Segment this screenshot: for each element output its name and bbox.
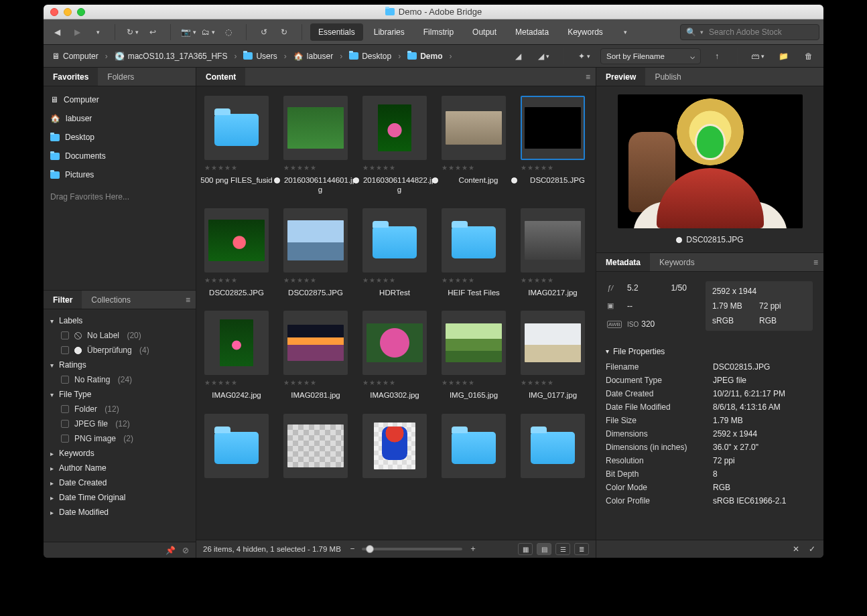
checkbox[interactable] (61, 420, 69, 428)
grid-item[interactable]: ★★★★★HDRTest (362, 208, 427, 297)
thumbnail[interactable] (204, 414, 269, 478)
panel-menu-icon[interactable]: ≡ (586, 68, 596, 86)
grid-item[interactable]: ★★★★★ (521, 414, 585, 493)
rating-stars[interactable]: ★★★★★ (521, 164, 554, 171)
delete-button[interactable]: 🗑 (799, 48, 818, 65)
open-camera-raw-button[interactable]: ◌ (219, 23, 238, 41)
view-details-button[interactable]: ☰ (555, 543, 570, 555)
cancel-icon[interactable]: ✕ (793, 545, 799, 553)
workspace-libraries[interactable]: Libraries (366, 23, 413, 41)
checkbox[interactable] (61, 405, 69, 413)
grid-item[interactable]: ★★★★★IMAG0242.jpg (204, 311, 269, 400)
rating-stars[interactable]: ★★★★★ (442, 164, 475, 171)
nav-forward-button[interactable]: ▶ (68, 23, 86, 41)
thumbnail[interactable] (204, 311, 269, 375)
checkbox[interactable] (61, 376, 69, 384)
view-thumbnails-button[interactable]: ▤ (537, 543, 551, 555)
crumb-computer[interactable]: 🖥Computer (49, 50, 101, 62)
thumbnail[interactable] (204, 208, 269, 273)
grid-item[interactable]: ★★★★★Content.jpg (442, 96, 506, 195)
thumbnail-quality-high-button[interactable]: ◢ (534, 48, 553, 65)
search-stock[interactable]: 🔍 ▾ (680, 24, 819, 40)
get-photos-button[interactable]: 📷 (179, 23, 198, 41)
zoom-in-button[interactable]: ＋ (469, 545, 477, 553)
thumbnail[interactable] (362, 96, 427, 160)
thumbnail[interactable] (362, 311, 427, 375)
rating-stars[interactable]: ★★★★★ (362, 379, 396, 386)
grid-item[interactable]: ★★★★★ (283, 414, 348, 493)
grid-item[interactable]: ★★★★★ (362, 414, 427, 493)
filter-group-date-time-original[interactable]: ▸Date Time Original (44, 490, 196, 505)
filter-option[interactable]: PNG image (2) (44, 431, 196, 446)
zoom-out-button[interactable]: − (350, 545, 355, 553)
apply-icon[interactable]: ✓ (809, 545, 815, 553)
workspace-essentials[interactable]: Essentials (310, 23, 363, 41)
filter-group-labels[interactable]: ▾Labels (44, 313, 196, 328)
close-window[interactable] (50, 8, 58, 16)
preview-image[interactable] (618, 94, 803, 228)
rating-stars[interactable]: ★★★★★ (362, 164, 396, 171)
crumb-desktop[interactable]: Desktop (346, 50, 394, 62)
filter-by-rating-button[interactable]: ✦ (575, 48, 594, 65)
rating-stars[interactable]: ★★★★★ (442, 277, 475, 284)
filter-option[interactable]: JPEG file (12) (44, 416, 196, 431)
grid-item[interactable]: ★★★★★500 png FILES_fusid (204, 96, 269, 195)
thumbnail[interactable] (442, 96, 506, 160)
grid-item[interactable]: ★★★★★IMAG0281.jpg (283, 311, 348, 400)
grid-item[interactable]: ★★★★★DSC02815.JPG (521, 96, 585, 195)
thumbnail[interactable] (442, 311, 506, 375)
crumb-users[interactable]: Users (241, 50, 279, 62)
rating-stars[interactable]: ★★★★★ (204, 379, 238, 386)
thumbnail[interactable] (442, 414, 506, 478)
workspace-filmstrip[interactable]: Filmstrip (415, 23, 462, 41)
grid-item[interactable]: ★★★★★ (442, 414, 506, 493)
rating-stars[interactable]: ★★★★★ (204, 277, 238, 284)
favorite-labuser[interactable]: 🏠labuser (44, 109, 196, 128)
tab-filter[interactable]: Filter (44, 291, 82, 309)
panel-menu-icon[interactable]: ≡ (186, 291, 196, 309)
rating-stars[interactable]: ★★★★★ (362, 277, 396, 284)
crumb-macos10-13-17a365-hfs[interactable]: 💽macOS10.13_17A365_HFS (112, 50, 230, 62)
workspace-metadata[interactable]: Metadata (507, 23, 557, 41)
grid-item[interactable]: ★★★★★DSC02825.JPG (204, 208, 269, 297)
nav-recent-button[interactable] (88, 23, 107, 41)
workspace-output[interactable]: Output (464, 23, 505, 41)
output-menu-button[interactable]: 🗂 (199, 23, 218, 41)
open-recent-file-button[interactable]: 🗃 (748, 48, 767, 65)
view-grid-lock-button[interactable]: ▦ (518, 543, 533, 555)
tab-favorites[interactable]: Favorites (44, 68, 98, 86)
thumbnail[interactable] (521, 311, 585, 375)
filter-group-ratings[interactable]: ▾Ratings (44, 358, 196, 372)
search-input[interactable] (708, 27, 813, 37)
favorite-computer[interactable]: 🖥Computer (44, 90, 196, 109)
grid-item[interactable]: ★★★★★HEIF Test Files (442, 208, 506, 297)
rating-stars[interactable]: ★★★★★ (521, 379, 554, 386)
new-folder-button[interactable]: 📁 (774, 48, 793, 65)
thumbnail[interactable] (362, 208, 427, 273)
rating-stars[interactable]: ★★★★★ (442, 379, 475, 386)
pin-icon[interactable]: 📌 (165, 546, 176, 554)
rotate-ccw-button[interactable]: ↺ (255, 23, 273, 41)
favorite-pictures[interactable]: Pictures (44, 165, 196, 184)
checkbox[interactable] (61, 346, 69, 354)
tab-keywords[interactable]: Keywords (650, 253, 704, 271)
sort-direction-button[interactable]: ↑ (708, 48, 726, 65)
thumbnail-quality-low-button[interactable]: ◢ (509, 48, 527, 65)
rotate-cw-button[interactable]: ↻ (275, 23, 293, 41)
grid-item[interactable]: ★★★★★201603061144822.jpg (362, 96, 427, 195)
crumb-labuser[interactable]: 🏠labuser (291, 50, 336, 62)
thumbnail[interactable] (521, 414, 585, 478)
grid-item[interactable]: ★★★★★IMAG0302.jpg (362, 311, 427, 400)
tab-metadata[interactable]: Metadata (596, 253, 650, 271)
zoom-window[interactable] (77, 8, 85, 16)
panel-menu-icon[interactable]: ≡ (813, 253, 823, 271)
clear-filter-icon[interactable]: ⊘ (182, 546, 189, 554)
rating-stars[interactable]: ★★★★★ (204, 164, 238, 171)
filter-group-author-name[interactable]: ▸Author Name (44, 461, 196, 475)
rating-stars[interactable]: ★★★★★ (283, 164, 317, 171)
thumbnail[interactable] (442, 208, 506, 273)
thumbnail[interactable] (521, 96, 585, 160)
filter-option[interactable]: Überprüfung (4) (44, 343, 196, 358)
grid-item[interactable]: ★★★★★IMG_0165.jpg (442, 311, 506, 400)
rating-stars[interactable]: ★★★★★ (283, 379, 317, 386)
